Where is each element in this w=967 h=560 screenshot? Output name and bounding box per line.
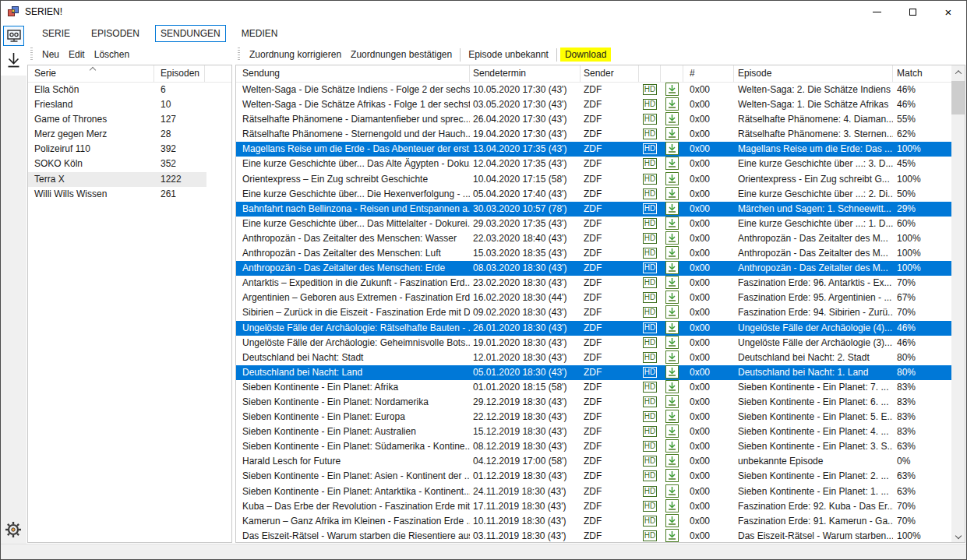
download-icon[interactable] bbox=[665, 172, 679, 185]
table-row[interactable]: Sieben Kontinente - Ein Planet: Südameri… bbox=[236, 439, 951, 454]
toolbar-grip-icon[interactable] bbox=[30, 48, 33, 62]
scrollbar-track[interactable] bbox=[951, 65, 965, 542]
download-button[interactable]: Download bbox=[560, 48, 611, 62]
table-row[interactable]: Welten-Saga - Die Schätze Indiens - Folg… bbox=[236, 83, 951, 97]
download-icon[interactable] bbox=[665, 424, 679, 438]
col-sender[interactable]: Sender bbox=[581, 65, 639, 82]
download-icon[interactable] bbox=[665, 410, 679, 423]
table-row[interactable]: Sibirien – Zurück in die Eiszeit - Faszi… bbox=[236, 305, 951, 320]
col-download[interactable] bbox=[661, 65, 683, 82]
table-row[interactable]: Harald Lesch for Future04.12.2019 17:00 … bbox=[236, 454, 951, 469]
col-match[interactable]: Match bbox=[893, 65, 952, 82]
edit-button[interactable]: Edit bbox=[64, 48, 90, 62]
download-icon[interactable] bbox=[665, 187, 679, 200]
table-row[interactable]: Das Eiszeit-Rätsel - Warum starben die R… bbox=[236, 529, 951, 542]
table-row[interactable]: Argentinien – Geboren aus Extremen - Fas… bbox=[236, 291, 951, 305]
zuordnung-korrigieren-button[interactable]: Zuordnung korrigieren bbox=[245, 48, 346, 62]
table-row[interactable]: Deutschland bei Nacht: Stadt12.01.2020 1… bbox=[236, 350, 951, 365]
table-row[interactable]: Sieben Kontinente - Ein Planet: Europa22… bbox=[236, 410, 951, 424]
download-icon[interactable] bbox=[665, 529, 679, 542]
download-icon[interactable] bbox=[665, 484, 679, 498]
col-episode[interactable]: Episode bbox=[734, 65, 893, 82]
close-button[interactable]: × bbox=[930, 1, 966, 23]
col-sendetermin[interactable]: Sendetermin bbox=[470, 65, 581, 82]
download-icon[interactable] bbox=[665, 127, 679, 140]
table-row[interactable]: Rätselhafte Phänomene - Sternengold und … bbox=[236, 127, 951, 142]
loeschen-button[interactable]: Löschen bbox=[90, 48, 134, 62]
toolbar-grip-icon[interactable] bbox=[238, 48, 240, 62]
series-row[interactable]: Willi Wills Wissen261 bbox=[28, 187, 206, 202]
table-row[interactable]: Kuba – Das Erbe der Revolution - Faszina… bbox=[236, 499, 951, 514]
table-row[interactable]: Sieben Kontinente - Ein Planet: Antarkti… bbox=[236, 484, 951, 499]
download-icon[interactable] bbox=[665, 157, 679, 170]
download-icon[interactable] bbox=[665, 83, 679, 96]
rail-download-button[interactable] bbox=[5, 51, 22, 72]
settings-button[interactable] bbox=[4, 520, 23, 539]
table-row[interactable]: Anthropozän - Das Zeitalter des Menschen… bbox=[236, 246, 951, 261]
maximize-button[interactable] bbox=[895, 1, 930, 23]
table-row[interactable]: Sieben Kontinente - Ein Planet: Afrika01… bbox=[236, 380, 951, 395]
series-row[interactable]: Ella Schön6 bbox=[28, 83, 206, 97]
rail-shows-button[interactable] bbox=[3, 26, 24, 46]
table-row[interactable]: Sieben Kontinente - Ein Planet: Asien - … bbox=[236, 469, 951, 484]
col-sendung[interactable]: Sendung bbox=[236, 65, 470, 82]
zuordnungen-bestaetigen-button[interactable]: Zuordnungen bestätigen bbox=[346, 48, 457, 62]
table-row[interactable]: Eine kurze Geschichte über... Die Hexenv… bbox=[236, 187, 951, 202]
tab-sendungen[interactable]: SENDUNGEN bbox=[155, 25, 226, 42]
download-icon[interactable] bbox=[665, 469, 679, 482]
table-row[interactable]: Ungelöste Fälle der Archäologie: Rätselh… bbox=[236, 321, 951, 336]
table-row[interactable]: Bahnfahrt nach Bellinzona - Reisen und E… bbox=[236, 202, 951, 217]
download-icon[interactable] bbox=[665, 499, 679, 512]
series-row[interactable]: Polizeiruf 110392 bbox=[28, 142, 206, 157]
series-row[interactable]: Merz gegen Merz28 bbox=[28, 127, 206, 142]
col-number[interactable]: # bbox=[683, 65, 734, 82]
download-icon[interactable] bbox=[665, 321, 679, 334]
download-icon[interactable] bbox=[665, 231, 679, 245]
download-icon[interactable] bbox=[665, 276, 679, 289]
download-icon[interactable] bbox=[665, 261, 679, 274]
series-row[interactable]: Friesland10 bbox=[28, 97, 206, 112]
download-icon[interactable] bbox=[665, 305, 679, 319]
table-row[interactable]: Welten-Saga - Die Schätze Afrikas - Folg… bbox=[236, 97, 951, 112]
download-icon[interactable] bbox=[665, 142, 679, 155]
col-hd[interactable] bbox=[639, 65, 661, 82]
download-icon[interactable] bbox=[665, 454, 679, 467]
table-row[interactable]: Eine kurze Geschichte über... Das Alte Ä… bbox=[236, 157, 951, 171]
series-col-episoden[interactable]: Episoden bbox=[154, 65, 205, 82]
title-bar[interactable]: SERIEN! × bbox=[1, 1, 966, 23]
download-icon[interactable] bbox=[665, 246, 679, 259]
table-row[interactable]: Sieben Kontinente - Ein Planet: Australi… bbox=[236, 424, 951, 439]
series-row[interactable]: Game of Thrones127 bbox=[28, 112, 206, 127]
table-row[interactable]: Sieben Kontinente - Ein Planet: Nordamer… bbox=[236, 395, 951, 410]
download-icon[interactable] bbox=[665, 202, 679, 215]
episode-unbekannt-button[interactable]: Episode unbekannt bbox=[464, 48, 553, 62]
table-row[interactable]: Rätselhafte Phänomene - Diamantenfieber … bbox=[236, 112, 951, 127]
table-row[interactable]: Orientexpress – Ein Zug schreibt Geschic… bbox=[236, 172, 951, 187]
download-icon[interactable] bbox=[665, 112, 679, 125]
download-icon[interactable] bbox=[665, 395, 679, 408]
minimize-button[interactable] bbox=[859, 1, 895, 23]
download-icon[interactable] bbox=[665, 380, 679, 393]
series-row[interactable]: SOKO Köln352 bbox=[28, 157, 206, 171]
download-icon[interactable] bbox=[665, 514, 679, 527]
table-row[interactable]: Magellans Reise um die Erde - Das Abente… bbox=[236, 142, 951, 157]
download-icon[interactable] bbox=[665, 336, 679, 349]
table-row[interactable]: Eine kurze Geschichte über... Das Mittel… bbox=[236, 217, 951, 231]
download-icon[interactable] bbox=[665, 439, 679, 453]
scrollbar-up-button[interactable] bbox=[951, 65, 965, 79]
download-icon[interactable] bbox=[665, 291, 679, 304]
tab-medien[interactable]: MEDIEN bbox=[236, 25, 284, 42]
download-icon[interactable] bbox=[665, 365, 679, 379]
table-row[interactable]: Antarktis – Expedition in die Zukunft - … bbox=[236, 276, 951, 291]
table-row[interactable]: Deutschland bei Nacht: Land05.01.2020 18… bbox=[236, 365, 951, 380]
scrollbar-thumb[interactable] bbox=[951, 81, 965, 114]
tab-episoden[interactable]: EPISODEN bbox=[86, 25, 145, 42]
table-row[interactable]: Ungelöste Fälle der Archäologie: Geheimn… bbox=[236, 336, 951, 350]
table-row[interactable]: Anthropozän - Das Zeitalter des Menschen… bbox=[236, 261, 951, 276]
table-row[interactable]: Kamerun – Ganz Afrika im Kleinen - Faszi… bbox=[236, 514, 951, 529]
table-row[interactable]: Anthropozän - Das Zeitalter des Menschen… bbox=[236, 231, 951, 246]
series-row[interactable]: Terra X1222 bbox=[28, 172, 206, 187]
neu-button[interactable]: Neu bbox=[37, 48, 64, 62]
download-icon[interactable] bbox=[665, 350, 679, 364]
tab-serie[interactable]: SERIE bbox=[37, 25, 76, 42]
